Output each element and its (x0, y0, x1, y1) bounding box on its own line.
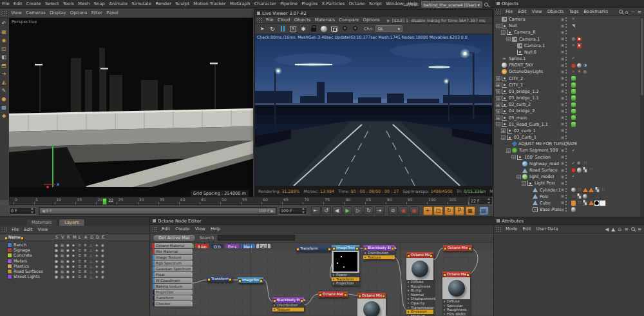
layer-toggle-icon[interactable]: ◈ (95, 275, 98, 279)
layer-chip-icon[interactable] (561, 110, 564, 113)
layer-chip-icon[interactable] (561, 162, 564, 165)
column-header-g[interactable]: G (90, 235, 93, 240)
matg-tag-icon[interactable] (583, 194, 588, 199)
tree-row-road-surface[interactable]: Road Surface●▚∷ (494, 167, 644, 173)
node-editor-titlebar[interactable]: Octane Node Editor (150, 217, 493, 225)
material-ball-icon[interactable] (321, 26, 327, 32)
visibility-toggles[interactable] (561, 69, 567, 74)
tree-row-02-curb-2[interactable]: +02_curb_2 (494, 101, 644, 108)
menu-item-materials[interactable]: Materials (313, 17, 337, 23)
visibility-dots-icon[interactable] (565, 63, 567, 68)
layer-toggle-icon[interactable]: △ (90, 270, 92, 273)
green-tag-icon[interactable] (571, 95, 576, 101)
visibility-dots-icon[interactable] (565, 174, 567, 179)
layer-toggle-icon[interactable]: ≣ (84, 275, 87, 279)
osq-tag-icon[interactable] (571, 201, 576, 206)
layer-chip-icon[interactable] (561, 143, 564, 146)
cube-tool-icon[interactable]: ▦ (1, 28, 8, 36)
node-type-image-texture[interactable]: Image Texture (153, 255, 193, 260)
stepper-icon[interactable] (488, 198, 491, 204)
port-distribution[interactable]: Distribution (272, 303, 304, 308)
node-header[interactable]: Blackbody Emis (363, 245, 395, 251)
layer-toggle-icon[interactable]: ● (55, 253, 58, 257)
half-tag-icon[interactable]: ◑ (583, 63, 588, 68)
expand-icon[interactable]: + (501, 128, 506, 133)
node-type-float[interactable]: Float (153, 272, 193, 277)
play-preview-button[interactable]: ↺ (321, 206, 331, 215)
tree-row-front-sky[interactable]: FRONT_SKY●◑ (494, 62, 644, 68)
menu-item-options[interactable]: Options (68, 10, 90, 15)
layer-chip-icon[interactable] (561, 77, 564, 80)
menu-item-octane[interactable]: Octane (347, 0, 367, 8)
octane-node-editor-window[interactable]: Octane Node Editor EditCreateViewHelp Ge… (149, 217, 493, 316)
layer-chip-icon[interactable] (561, 44, 564, 47)
menu-item-file[interactable]: File (0, 0, 12, 8)
node-imagetext[interactable]: ImageTextPowerTransformProjection (332, 245, 359, 286)
target-tag-icon[interactable]: ◎ (571, 37, 576, 42)
visibility-toggles[interactable] (561, 108, 567, 114)
scroll-right-arrow-icon[interactable]: ▶ (269, 208, 274, 213)
minimize-icon[interactable]: − (630, 9, 634, 15)
target-tag-icon[interactable]: ◎ (583, 70, 588, 75)
matg-tag-icon[interactable] (577, 63, 582, 68)
layer-toggle-icon[interactable]: ☲ (78, 259, 81, 263)
menu-icon[interactable]: ≡ (638, 226, 641, 232)
node-header[interactable]: Octane Mat (406, 252, 433, 258)
column-header-d[interactable]: D (96, 235, 99, 240)
checker-tag-icon[interactable]: ▚ (583, 168, 588, 173)
settings-gear-icon[interactable]: ✱ (299, 25, 307, 33)
node-octane-mat[interactable]: Octane Mat (318, 291, 348, 297)
layer-toggle-icon[interactable]: ▤ (61, 264, 64, 268)
node-octane-mix[interactable]: Octane Mix (443, 245, 472, 251)
layer-color-swatch[interactable] (8, 270, 12, 273)
port-diffuse[interactable]: Diffuse (442, 299, 470, 304)
check-tag-icon[interactable]: ✓ (571, 161, 576, 166)
menu-item-file[interactable]: File (503, 9, 515, 14)
check-tag-icon[interactable]: ✓ (571, 56, 576, 61)
visibility-dots-icon[interactable] (565, 76, 567, 81)
tri-tag-icon[interactable] (583, 188, 588, 192)
layer-toggle-icon[interactable]: ▪ (72, 253, 75, 257)
tree-row-02-curb-1[interactable]: +02_curb_1 (494, 128, 644, 134)
layer-chip-icon[interactable] (561, 123, 564, 126)
layer-toggle-icon[interactable]: ◉ (101, 264, 104, 268)
xgray-tag-icon[interactable]: × (571, 17, 576, 22)
search-icon[interactable] (619, 10, 623, 14)
render-region-icon[interactable]: R (290, 26, 296, 32)
objects-scrollbar[interactable] (640, 17, 644, 217)
visibility-dots-icon[interactable] (565, 155, 567, 160)
menu-item-file[interactable]: File (264, 17, 276, 23)
column-header-l[interactable]: L (79, 235, 81, 240)
layer-color-swatch[interactable] (8, 248, 12, 252)
visibility-toggles[interactable] (561, 23, 567, 28)
node-type-rgb-spectrum[interactable]: Rgb Spectrum (153, 261, 193, 266)
layer-toggle-icon[interactable]: ☲ (78, 264, 81, 268)
node-blackbody-emis[interactable]: Blackbody EmisDistributionTexture (363, 245, 395, 259)
loop-button[interactable]: ↻ (364, 206, 374, 215)
layout-select[interactable]: behind_the_scene4 (User) ▾ (421, 1, 482, 8)
menu-item-select[interactable]: Select (43, 0, 61, 8)
range-start-field[interactable]: 0 F (9, 207, 36, 215)
layer-chip-icon[interactable] (561, 25, 564, 28)
timeline-scrollbar[interactable]: ◀ 0 F 100 F ▶ (39, 207, 277, 215)
sat-tag-icon[interactable]: ◥ (571, 24, 576, 29)
green-tag-icon[interactable] (571, 76, 576, 81)
home-icon[interactable]: ⌂ (625, 9, 629, 15)
visibility-toggles[interactable] (561, 161, 567, 166)
layer-toggle-icon[interactable]: ◉ (101, 253, 104, 257)
layer-toggle-icon[interactable]: ● (55, 275, 58, 279)
keyframe-selection-button[interactable]: ⊘ (388, 206, 398, 215)
visibility-dots-icon[interactable] (565, 95, 567, 101)
back-arrow-icon[interactable]: ◀ (605, 226, 609, 232)
layer-chip-icon[interactable] (561, 208, 564, 212)
layer-toggle-icon[interactable]: △ (90, 259, 92, 263)
viewport-label[interactable]: Perspective (12, 19, 37, 25)
layer-toggle-icon[interactable]: ◉ (101, 259, 104, 263)
channel-select[interactable]: DL▾ (375, 25, 402, 32)
odots-tag-icon[interactable]: ∷ (589, 168, 594, 173)
layer-toggle-icon[interactable]: ◉ (101, 270, 104, 273)
node-header[interactable]: ImageText (332, 245, 359, 251)
layer-toggle-icon[interactable]: ≣ (84, 259, 87, 263)
layer-chip-icon[interactable] (561, 188, 564, 192)
visibility-dots-icon[interactable] (565, 161, 567, 166)
